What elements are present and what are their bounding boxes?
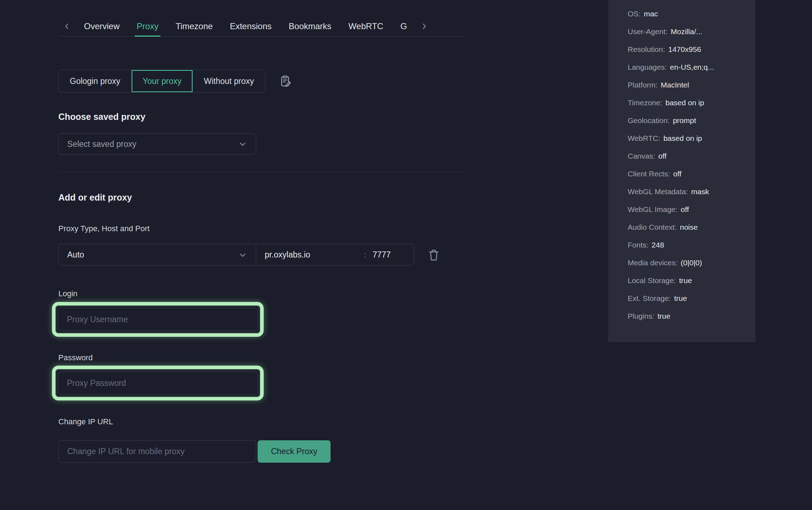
summary-label: Local Storage: bbox=[628, 276, 676, 285]
password-label: Password bbox=[58, 353, 464, 362]
summary-label: WebRTC: bbox=[628, 134, 660, 143]
summary-value: mac bbox=[644, 10, 658, 18]
summary-label: Ext. Storage: bbox=[628, 294, 671, 303]
tab-overview[interactable]: Overview bbox=[75, 16, 128, 36]
summary-value: true bbox=[658, 312, 670, 320]
change-ip-url-input[interactable] bbox=[58, 440, 256, 463]
summary-value: true bbox=[674, 294, 687, 303]
clipboard-edit-icon bbox=[279, 75, 292, 87]
tab-proxy[interactable]: Proxy bbox=[128, 16, 167, 36]
proxy-type-value: Auto bbox=[67, 250, 84, 260]
summary-value: (0|0|0) bbox=[681, 259, 702, 267]
summary-row-languages: Languages:en-US,en;q... bbox=[628, 58, 755, 76]
summary-label: Fonts: bbox=[628, 241, 648, 249]
delete-proxy-button[interactable] bbox=[427, 248, 441, 262]
proxy-host-input[interactable] bbox=[265, 250, 361, 260]
change-ip-url-label: Change IP URL bbox=[58, 417, 464, 426]
chevron-right-icon bbox=[420, 22, 428, 30]
summary-label: Geolocation: bbox=[628, 116, 670, 125]
check-proxy-button[interactable]: Check Proxy bbox=[258, 440, 330, 463]
section-divider bbox=[58, 172, 464, 172]
tab-bookmarks[interactable]: Bookmarks bbox=[280, 16, 340, 36]
summary-label: OS: bbox=[628, 10, 640, 18]
proxy-port-input[interactable] bbox=[373, 250, 405, 260]
summary-label: Languages: bbox=[628, 63, 667, 71]
chevron-down-icon bbox=[238, 250, 247, 260]
summary-row-client-rects: Client Rects:off bbox=[628, 165, 755, 183]
proxy-type-select[interactable]: Auto bbox=[58, 244, 256, 266]
summary-label: Plugins: bbox=[628, 312, 654, 320]
summary-row-webrtc: WebRTC:based on ip bbox=[628, 129, 755, 147]
summary-label: WebGL Metadata: bbox=[628, 187, 688, 196]
proxy-mode-row: Gologin proxy Your proxy Without proxy bbox=[58, 70, 464, 92]
summary-value: prompt bbox=[673, 116, 696, 125]
summary-label: Client Rects: bbox=[628, 170, 670, 178]
tab-geolocation-truncated[interactable]: G bbox=[392, 16, 416, 36]
type-host-port-row: Auto : bbox=[58, 244, 464, 266]
summary-row-platform: Platform:MacIntel bbox=[628, 76, 755, 94]
summary-row-media-devices: Media devices:(0|0|0) bbox=[628, 254, 755, 272]
summary-label: Resolution: bbox=[628, 45, 665, 54]
summary-value: Mozilla/... bbox=[671, 27, 702, 36]
proxy-mode-without-proxy-button[interactable]: Without proxy bbox=[193, 70, 265, 92]
summary-value: 1470x956 bbox=[668, 45, 701, 54]
summary-label: User-Agent: bbox=[628, 27, 668, 36]
chevron-down-icon bbox=[238, 139, 247, 149]
summary-row-geolocation: Geolocation:prompt bbox=[628, 112, 755, 129]
saved-proxy-select-placeholder: Select saved proxy bbox=[67, 139, 136, 149]
summary-value: noise bbox=[680, 223, 698, 232]
summary-row-audio-context: Audio Context:noise bbox=[628, 218, 755, 236]
summary-row-local-storage: Local Storage:true bbox=[628, 272, 755, 289]
summary-label: WebGL Image: bbox=[628, 205, 677, 214]
add-or-edit-proxy-heading: Add or edit proxy bbox=[58, 192, 464, 203]
type-host-port-label: Proxy Type, Host and Port bbox=[58, 224, 464, 233]
summary-value: based on ip bbox=[665, 99, 704, 107]
summary-label: Media devices: bbox=[628, 259, 677, 267]
summary-row-canvas: Canvas:off bbox=[628, 147, 755, 165]
paste-proxy-button[interactable] bbox=[279, 75, 292, 87]
summary-row-user-agent: User-Agent:Mozilla/... bbox=[628, 23, 755, 41]
summary-label: Timezone: bbox=[628, 99, 662, 107]
summary-row-ext-storage: Ext. Storage:true bbox=[628, 289, 755, 307]
summary-row-fonts: Fonts:248 bbox=[628, 236, 755, 254]
proxy-mode-segmented-control: Gologin proxy Your proxy Without proxy bbox=[58, 70, 265, 92]
login-highlight-annotation bbox=[52, 302, 264, 337]
proxy-mode-gologin-button[interactable]: Gologin proxy bbox=[59, 70, 132, 92]
summary-value: true bbox=[679, 276, 692, 285]
summary-value: based on ip bbox=[663, 134, 702, 143]
proxy-password-input[interactable] bbox=[58, 372, 258, 394]
login-label: Login bbox=[58, 289, 464, 298]
tab-timezone[interactable]: Timezone bbox=[167, 16, 221, 36]
summary-row-resolution: Resolution:1470x956 bbox=[628, 41, 755, 58]
summary-label: Platform: bbox=[628, 81, 658, 89]
summary-value: off bbox=[681, 205, 689, 214]
summary-label: Canvas: bbox=[628, 152, 655, 160]
summary-value: MacIntel bbox=[661, 81, 689, 89]
tabs-scroll-left-button[interactable] bbox=[58, 18, 75, 34]
saved-proxy-select[interactable]: Select saved proxy bbox=[58, 133, 256, 155]
profile-summary-panel: OS:mac User-Agent:Mozilla/... Resolution… bbox=[608, 0, 755, 342]
summary-value: mask bbox=[691, 187, 709, 196]
summary-value: en-US,en;q... bbox=[670, 63, 714, 71]
host-port-group: : bbox=[256, 244, 414, 266]
summary-row-timezone: Timezone:based on ip bbox=[628, 94, 755, 112]
tab-webrtc[interactable]: WebRTC bbox=[340, 16, 392, 36]
proxy-username-input[interactable] bbox=[58, 308, 258, 331]
summary-value: off bbox=[673, 170, 681, 178]
choose-saved-proxy-heading: Choose saved proxy bbox=[58, 112, 464, 122]
tabs-scroll-right-button[interactable] bbox=[416, 18, 433, 34]
proxy-mode-your-proxy-button[interactable]: Your proxy bbox=[132, 70, 193, 92]
tab-extensions[interactable]: Extensions bbox=[221, 16, 280, 36]
summary-row-os: OS:mac bbox=[628, 5, 755, 23]
summary-row-plugins: Plugins:true bbox=[628, 307, 755, 325]
trash-icon bbox=[427, 248, 441, 262]
summary-label: Audio Context: bbox=[628, 223, 677, 232]
profile-settings-content: Overview Proxy Timezone Extensions Bookm… bbox=[58, 0, 464, 463]
summary-value: off bbox=[658, 152, 666, 160]
summary-row-webgl-image: WebGL Image:off bbox=[628, 201, 755, 218]
chevron-left-icon bbox=[63, 22, 71, 30]
settings-tabbar: Overview Proxy Timezone Extensions Bookm… bbox=[58, 16, 464, 37]
summary-row-webgl-metadata: WebGL Metadata:mask bbox=[628, 183, 755, 201]
host-port-separator: : bbox=[364, 250, 366, 260]
summary-value: 248 bbox=[652, 241, 664, 249]
